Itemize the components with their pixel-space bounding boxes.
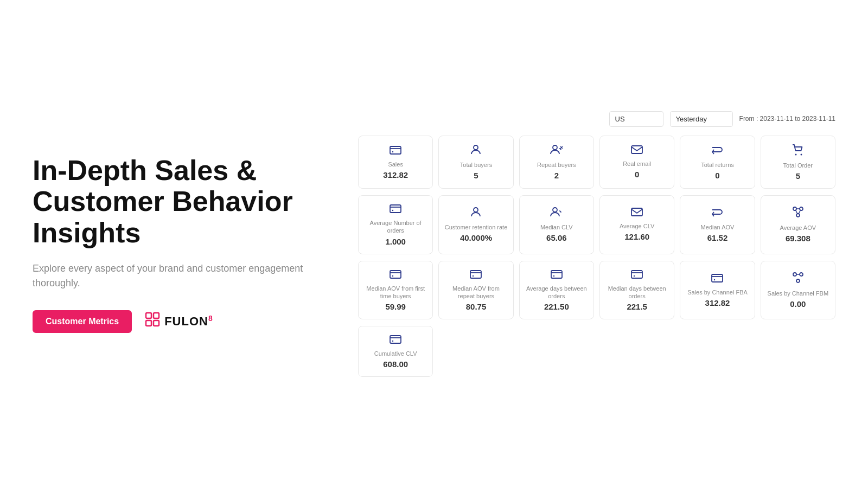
metric-median-clv: Median CLV 65.06 xyxy=(519,195,594,254)
svg-point-14 xyxy=(392,210,393,211)
hero-subtitle: Explore every aspect of your brand and c… xyxy=(33,261,326,291)
repeat-buyers-icon xyxy=(550,144,563,158)
metric-avg-days-between: Average days between orders 221.50 xyxy=(519,261,594,320)
avg-num-orders-label: Average Number of orders xyxy=(364,219,427,235)
svg-point-15 xyxy=(474,208,478,212)
median-aov-repeat-value: 80.75 xyxy=(466,302,487,311)
page-container: In-Depth Sales & Customer Behavior Insig… xyxy=(0,0,868,488)
metrics-row-1: Sales 312.82 Total buyers 5 Repeat buyer… xyxy=(358,136,835,189)
retention-rate-value: 40.000% xyxy=(460,233,492,242)
metric-retention-rate: Customer retention rate 40.000% xyxy=(438,195,513,254)
repeat-buyers-value: 2 xyxy=(554,171,559,180)
total-returns-label: Total returns xyxy=(701,161,734,169)
cumulative-clv-icon xyxy=(390,334,401,346)
real-email-label: Real email xyxy=(623,160,651,168)
metric-total-returns: Total returns 0 xyxy=(680,136,755,189)
svg-point-5 xyxy=(392,151,393,152)
avg-clv-value: 121.60 xyxy=(624,232,649,241)
cumulative-clv-value: 608.00 xyxy=(383,359,408,369)
svg-point-11 xyxy=(795,153,796,155)
median-aov-repeat-label: Median AOV from repeat buyers xyxy=(444,285,507,300)
avg-clv-icon xyxy=(631,208,643,219)
svg-point-19 xyxy=(800,207,803,210)
svg-point-31 xyxy=(634,275,635,276)
svg-point-16 xyxy=(553,208,557,212)
real-email-icon xyxy=(631,145,643,157)
customer-metrics-button[interactable]: Customer Metrics xyxy=(33,310,132,333)
total-order-icon xyxy=(792,144,804,158)
avg-aov-label: Average AOV xyxy=(780,224,816,232)
median-days-between-label: Median days between orders xyxy=(605,285,668,300)
median-aov-first-icon xyxy=(390,269,401,281)
svg-rect-28 xyxy=(551,271,562,278)
svg-rect-32 xyxy=(712,274,723,282)
period-select[interactable]: Yesterday Today Last 7 Days Last 30 Days xyxy=(670,111,733,127)
svg-rect-13 xyxy=(390,205,401,213)
median-clv-value: 65.06 xyxy=(546,233,567,242)
metric-total-order: Total Order 5 xyxy=(761,136,835,189)
svg-point-27 xyxy=(473,275,474,276)
region-select[interactable]: US UK CA xyxy=(609,111,663,127)
metric-avg-clv: Average CLV 121.60 xyxy=(599,195,674,254)
median-days-between-value: 221.5 xyxy=(627,302,647,311)
sales-channel-fba-value: 312.82 xyxy=(705,298,730,307)
date-range: From : 2023-11-11 to 2023-11-11 xyxy=(739,115,835,123)
svg-point-20 xyxy=(796,214,800,217)
retention-rate-label: Customer retention rate xyxy=(445,223,508,231)
median-days-between-icon xyxy=(631,269,643,281)
cumulative-clv-label: Cumulative CLV xyxy=(374,350,417,357)
sales-channel-fba-label: Sales by Channel FBA xyxy=(687,288,748,296)
metric-cumulative-clv: Cumulative CLV 608.00 xyxy=(358,326,433,377)
logo-icon xyxy=(145,312,160,331)
svg-point-33 xyxy=(714,279,715,280)
sales-channel-fbm-icon xyxy=(792,272,804,286)
sales-label: Sales xyxy=(388,160,403,168)
svg-point-35 xyxy=(800,273,803,276)
avg-days-between-value: 221.50 xyxy=(544,302,569,311)
svg-line-22 xyxy=(795,210,797,214)
right-panel: US UK CA Yesterday Today Last 7 Days Las… xyxy=(358,111,835,377)
metrics-row-3: Median AOV from first time buyers 59.99 … xyxy=(358,261,835,320)
svg-point-18 xyxy=(793,207,796,210)
metric-repeat-buyers: Repeat buyers 2 xyxy=(519,136,594,189)
metric-avg-num-orders: Average Number of orders 1.000 xyxy=(358,195,433,254)
sales-icon xyxy=(390,145,401,157)
metric-sales: Sales 312.82 xyxy=(358,136,433,189)
bottom-row: Customer Metrics FULON8 xyxy=(33,310,326,333)
svg-point-29 xyxy=(553,275,554,276)
svg-point-39 xyxy=(392,341,393,342)
total-order-label: Total Order xyxy=(783,162,813,169)
repeat-buyers-label: Repeat buyers xyxy=(537,161,576,169)
logo-name: FULON8 xyxy=(164,314,213,329)
sales-channel-fbm-value: 0.00 xyxy=(790,299,806,309)
metric-total-buyers: Total buyers 5 xyxy=(438,136,513,189)
avg-num-orders-value: 1.000 xyxy=(385,237,406,246)
svg-rect-0 xyxy=(146,313,151,318)
median-aov-first-value: 59.99 xyxy=(385,302,406,311)
avg-days-between-icon xyxy=(551,269,563,281)
svg-rect-2 xyxy=(146,320,151,326)
sales-value: 312.82 xyxy=(383,170,408,179)
svg-point-34 xyxy=(793,273,796,276)
svg-point-6 xyxy=(474,145,478,150)
metric-real-email: Real email 0 xyxy=(599,136,674,189)
metric-median-aov: Median AOV 61.52 xyxy=(680,195,755,254)
retention-rate-icon xyxy=(470,207,482,220)
real-email-value: 0 xyxy=(635,170,639,179)
median-clv-icon xyxy=(550,207,563,220)
sales-channel-fbm-label: Sales by Channel FBM xyxy=(768,290,829,297)
median-aov-value: 61.52 xyxy=(707,233,728,242)
svg-rect-17 xyxy=(631,208,642,216)
median-aov-first-label: Median AOV from first time buyers xyxy=(364,285,427,300)
svg-rect-30 xyxy=(631,271,642,278)
filters-row: US UK CA Yesterday Today Last 7 Days Las… xyxy=(358,111,835,127)
metric-median-aov-first: Median AOV from first time buyers 59.99 xyxy=(358,261,433,320)
avg-aov-value: 69.308 xyxy=(786,234,810,243)
avg-num-orders-icon xyxy=(390,203,401,216)
metric-sales-channel-fba: Sales by Channel FBA 312.82 xyxy=(680,261,755,320)
metrics-row-4: Cumulative CLV 608.00 xyxy=(358,326,835,377)
svg-point-7 xyxy=(553,145,557,150)
median-clv-label: Median CLV xyxy=(540,223,573,231)
total-buyers-icon xyxy=(470,144,482,158)
svg-rect-10 xyxy=(631,146,642,153)
